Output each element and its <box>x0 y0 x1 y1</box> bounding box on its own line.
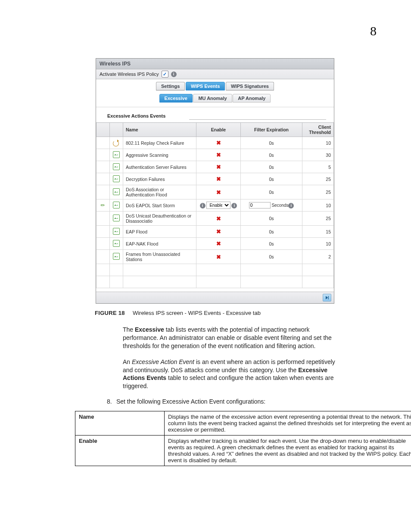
activate-checkbox[interactable]: ✓ <box>162 71 168 78</box>
filter-unit: Seconds <box>271 203 289 208</box>
filter-cell: 0s <box>241 173 302 185</box>
row-icon-cell <box>110 149 123 161</box>
chart-icon <box>113 202 120 208</box>
desc-row-name: Name Displays the name of the excessive … <box>75 411 411 436</box>
event-name: DoS Association or Authentication Flood <box>123 185 196 199</box>
tab-wips-events[interactable]: WIPS Events <box>186 82 225 90</box>
secondary-tabs: Excessive MU Anomaly AP Anomaly <box>96 90 334 107</box>
event-name: Authentication Server Failures <box>123 161 196 173</box>
table-row[interactable]: 802.11 Replay Check Failure✖0s10 <box>97 137 334 149</box>
enable-cell: ✖ <box>196 173 241 185</box>
col-client-threshold[interactable]: Client Threshold <box>302 123 334 137</box>
pencil-icon[interactable]: ✎ <box>100 202 107 209</box>
client-threshold-cell: 10 <box>302 238 334 250</box>
table-row[interactable]: Decryption Failures✖0s25 <box>97 173 334 185</box>
table-row[interactable]: Aggressive Scanning✖0s30 <box>97 149 334 161</box>
enable-cell: ✖ <box>196 250 241 264</box>
chart-icon <box>113 215 120 221</box>
info-icon[interactable]: i <box>171 72 177 77</box>
enable-cell: ✖ <box>196 212 241 226</box>
row-icon-cell <box>110 199 123 212</box>
enable-cell[interactable]: i Enabledi <box>196 199 241 212</box>
row-icon-cell <box>110 238 123 250</box>
enable-cell: ✖ <box>196 161 241 173</box>
table-row[interactable]: DoS Association or Authentication Flood✖… <box>97 185 334 199</box>
row-edit-cell: ✎ <box>97 199 110 212</box>
subtab-ap-anomaly[interactable]: AP Anomaly <box>233 94 271 103</box>
wireless-ips-screenshot: Wireless IPS Activate Wireless IPS Polic… <box>96 58 334 304</box>
row-icon-cell <box>110 173 123 185</box>
client-threshold-cell: 5 <box>302 161 334 173</box>
info-icon[interactable]: i <box>288 203 294 208</box>
filter-cell: 0s <box>241 238 302 250</box>
table-row[interactable]: EAP Flood✖0s15 <box>97 226 334 238</box>
col-enable[interactable]: Enable <box>196 123 241 137</box>
chart-icon <box>113 175 120 182</box>
filter-cell: 0s <box>241 161 302 173</box>
row-icon-cell <box>110 226 123 238</box>
chart-icon <box>113 253 120 260</box>
chapter-number: 8 <box>370 24 377 38</box>
client-threshold-cell: 10 <box>302 199 334 212</box>
enable-cell: ✖ <box>196 238 241 250</box>
paragraph-1: The Excessive tab lists events with the … <box>123 326 338 350</box>
disabled-x-icon: ✖ <box>216 215 221 222</box>
subtab-mu-anomaly[interactable]: MU Anomaly <box>193 94 232 103</box>
client-threshold-cell: 25 <box>302 212 334 226</box>
row-edit-cell <box>97 185 110 199</box>
filter-cell: 0s <box>241 226 302 238</box>
enable-cell: ✖ <box>196 226 241 238</box>
row-icon-cell <box>110 161 123 173</box>
row-edit-cell <box>97 238 110 250</box>
table-row[interactable]: Frames from Unassociated Stations✖0s2 <box>97 250 334 264</box>
table-row[interactable]: DoS Unicast Deauthentication or Disassoc… <box>97 212 334 226</box>
info-icon[interactable]: i <box>200 203 206 208</box>
subtab-excessive[interactable]: Excessive <box>159 94 193 103</box>
col-filter[interactable]: Filter Expiration <box>241 123 302 137</box>
info-icon[interactable]: i <box>231 203 237 208</box>
row-icon-cell <box>110 185 123 199</box>
paragraph-2: An Excessive Action Event is an event wh… <box>123 358 338 391</box>
table-row[interactable]: ✎DoS EAPOL Start Stormi Enabledi Seconds… <box>97 199 334 212</box>
svg-rect-0 <box>328 296 329 299</box>
chart-icon <box>113 163 120 170</box>
disabled-x-icon: ✖ <box>216 254 221 260</box>
row-icon-cell <box>110 212 123 226</box>
replay-icon <box>113 140 120 146</box>
client-threshold-cell: 30 <box>302 149 334 161</box>
filter-input[interactable] <box>249 202 271 208</box>
figure-caption: FIGURE 18 Wireless IPS screen - WIPS Eve… <box>95 310 377 316</box>
chart-icon <box>113 151 120 158</box>
filter-cell: 0s <box>241 149 302 161</box>
event-name: Decryption Failures <box>123 173 196 185</box>
client-threshold-cell: 25 <box>302 185 334 199</box>
col-edit <box>97 123 110 137</box>
disabled-x-icon: ✖ <box>216 152 221 158</box>
row-edit-cell <box>97 212 110 226</box>
event-name: EAP Flood <box>123 226 196 238</box>
enable-select[interactable]: Enabled <box>206 202 230 209</box>
table-row[interactable]: Authentication Server Failures✖0s5 <box>97 161 334 173</box>
event-name: Frames from Unassociated Stations <box>123 250 196 264</box>
tab-settings[interactable]: Settings <box>156 82 185 90</box>
step-8: 8. Set the following Excessive Action Ev… <box>107 398 377 405</box>
tab-wips-signatures[interactable]: WIPS Signatures <box>226 82 274 90</box>
filter-cell[interactable]: Secondsi <box>241 199 302 212</box>
row-edit-cell <box>97 149 110 161</box>
disabled-x-icon: ✖ <box>216 240 221 247</box>
col-name[interactable]: Name <box>123 123 196 137</box>
table-row[interactable]: EAP-NAK Flood✖0s10 <box>97 238 334 250</box>
chart-icon <box>113 228 120 235</box>
client-threshold-cell: 25 <box>302 173 334 185</box>
next-page-button[interactable] <box>323 294 331 302</box>
panel-title: Wireless IPS <box>96 59 334 69</box>
event-name: DoS Unicast Deauthentication or Disassoc… <box>123 212 196 226</box>
primary-tabs: Settings WIPS Events WIPS Signatures <box>96 79 334 90</box>
event-name: Aggressive Scanning <box>123 149 196 161</box>
figure-label: FIGURE 18 <box>95 310 125 316</box>
events-table: Name Enable Filter Expiration Client Thr… <box>96 122 334 288</box>
client-threshold-cell: 10 <box>302 137 334 149</box>
desc-row-enable: Enable Displays whether tracking is enab… <box>75 436 411 466</box>
row-icon-cell <box>110 137 123 149</box>
event-name: 802.11 Replay Check Failure <box>123 137 196 149</box>
